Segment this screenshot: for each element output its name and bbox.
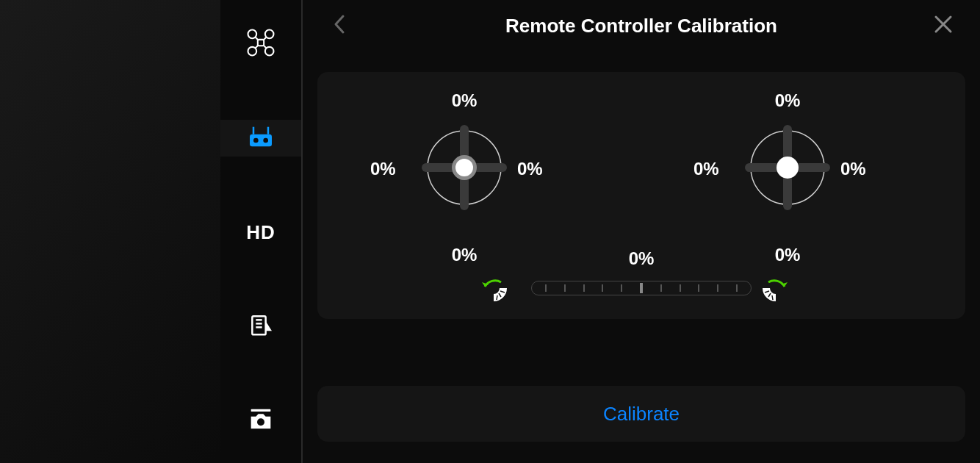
svg-rect-31 xyxy=(783,175,792,210)
page-title: Remote Controller Calibration xyxy=(505,15,777,37)
left-stick-left-value: 0% xyxy=(370,159,396,179)
close-button[interactable] xyxy=(929,11,958,40)
right-stick-graphic xyxy=(743,123,832,212)
sidebar-item-image-transmission[interactable]: HD xyxy=(220,214,301,251)
back-button[interactable] xyxy=(325,11,354,40)
left-stick-top-value: 0% xyxy=(452,90,478,111)
calibration-panel: 0% 0% 0% 0% 0% 0% 0% 0% xyxy=(317,72,965,319)
settings-sidebar: HD xyxy=(220,0,301,463)
svg-point-10 xyxy=(253,138,259,143)
svg-line-40 xyxy=(772,295,773,300)
left-stick-right-value: 0% xyxy=(517,159,543,179)
svg-point-3 xyxy=(265,47,274,56)
drone-icon xyxy=(246,28,275,60)
sidebar-item-camera[interactable] xyxy=(220,402,301,439)
svg-point-2 xyxy=(248,47,257,56)
sidebar-item-aircraft[interactable] xyxy=(220,26,301,62)
dial-slider[interactable] xyxy=(531,281,752,295)
right-stick-right-value: 0% xyxy=(840,159,866,179)
close-icon xyxy=(934,15,953,37)
svg-rect-9 xyxy=(250,134,272,147)
svg-point-28 xyxy=(455,159,473,176)
calibrate-button[interactable]: Calibrate xyxy=(317,386,965,442)
svg-rect-25 xyxy=(422,163,457,172)
left-stick-graphic xyxy=(420,123,508,212)
svg-rect-23 xyxy=(460,125,469,160)
svg-rect-26 xyxy=(472,163,507,172)
svg-rect-30 xyxy=(783,125,792,160)
battery-icon xyxy=(246,310,275,342)
dial-value: 0% xyxy=(629,248,655,269)
dial-rotate-right-icon xyxy=(761,273,790,303)
right-stick-top-value: 0% xyxy=(775,90,801,111)
sidebar-item-remote-controller[interactable] xyxy=(220,120,301,157)
svg-rect-24 xyxy=(460,175,469,210)
svg-rect-8 xyxy=(258,40,264,46)
svg-point-19 xyxy=(257,418,264,426)
remote-controller-icon xyxy=(246,122,275,154)
calibrate-button-label: Calibrate xyxy=(603,403,680,426)
chevron-left-icon xyxy=(333,13,346,38)
camera-icon xyxy=(246,404,275,437)
svg-point-1 xyxy=(265,30,274,39)
svg-point-11 xyxy=(263,138,268,143)
svg-rect-32 xyxy=(745,163,780,172)
svg-rect-18 xyxy=(251,409,271,412)
hd-icon: HD xyxy=(246,221,275,244)
svg-rect-33 xyxy=(795,163,830,172)
right-stick-left-value: 0% xyxy=(693,159,719,179)
dial-display: 0% xyxy=(317,254,965,313)
svg-point-34 xyxy=(777,157,799,179)
svg-line-36 xyxy=(497,295,497,300)
sidebar-item-battery[interactable] xyxy=(220,308,301,345)
main-content: Remote Controller Calibration 0% 0% 0% 0… xyxy=(303,0,980,463)
dial-rotate-left-icon xyxy=(479,273,508,303)
header: Remote Controller Calibration xyxy=(303,0,980,51)
svg-point-0 xyxy=(248,30,257,39)
